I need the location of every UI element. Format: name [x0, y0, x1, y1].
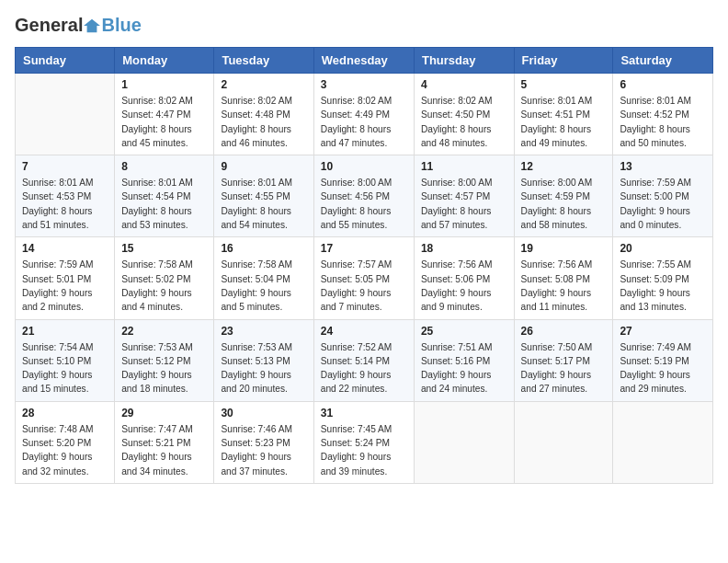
column-header-thursday: Thursday — [414, 48, 514, 74]
day-info: Sunrise: 7:56 AMSunset: 5:08 PMDaylight:… — [521, 258, 607, 314]
calendar-cell: 29Sunrise: 7:47 AMSunset: 5:21 PMDayligh… — [115, 401, 214, 483]
day-info: Sunrise: 7:59 AMSunset: 5:00 PMDaylight:… — [620, 176, 706, 232]
calendar-cell: 11Sunrise: 8:00 AMSunset: 4:57 PMDayligh… — [414, 155, 514, 237]
calendar-week-row: 28Sunrise: 7:48 AMSunset: 5:20 PMDayligh… — [16, 401, 713, 483]
calendar-cell: 25Sunrise: 7:51 AMSunset: 5:16 PMDayligh… — [414, 319, 514, 401]
day-number: 4 — [421, 78, 507, 91]
day-number: 14 — [22, 242, 108, 255]
logo-blue-text: Blue — [101, 15, 141, 36]
day-number: 11 — [421, 160, 507, 173]
day-number: 26 — [521, 325, 607, 338]
day-info: Sunrise: 7:50 AMSunset: 5:17 PMDaylight:… — [521, 340, 607, 396]
day-number: 19 — [521, 242, 607, 255]
logo-icon — [84, 17, 100, 34]
calendar-cell: 14Sunrise: 7:59 AMSunset: 5:01 PMDayligh… — [16, 237, 115, 319]
calendar-week-row: 14Sunrise: 7:59 AMSunset: 5:01 PMDayligh… — [16, 237, 713, 319]
column-header-wednesday: Wednesday — [313, 48, 414, 74]
calendar-cell: 13Sunrise: 7:59 AMSunset: 5:00 PMDayligh… — [613, 155, 713, 237]
calendar-cell: 7Sunrise: 8:01 AMSunset: 4:53 PMDaylight… — [16, 155, 115, 237]
calendar-cell: 9Sunrise: 8:01 AMSunset: 4:55 PMDaylight… — [214, 155, 313, 237]
day-info: Sunrise: 8:00 AMSunset: 4:57 PMDaylight:… — [421, 176, 507, 232]
day-number: 12 — [521, 160, 607, 173]
day-number: 6 — [620, 78, 706, 91]
calendar-cell: 15Sunrise: 7:58 AMSunset: 5:02 PMDayligh… — [115, 237, 214, 319]
day-number: 13 — [620, 160, 706, 173]
day-number: 21 — [22, 325, 108, 338]
day-info: Sunrise: 8:01 AMSunset: 4:52 PMDaylight:… — [620, 94, 706, 150]
day-number: 28 — [22, 407, 108, 419]
day-info: Sunrise: 8:00 AMSunset: 4:59 PMDaylight:… — [521, 176, 607, 232]
calendar-cell: 3Sunrise: 8:02 AMSunset: 4:49 PMDaylight… — [313, 74, 414, 155]
day-number: 8 — [121, 160, 207, 173]
day-number: 17 — [321, 242, 407, 255]
calendar-cell: 4Sunrise: 8:02 AMSunset: 4:50 PMDaylight… — [414, 74, 514, 155]
day-info: Sunrise: 8:00 AMSunset: 4:56 PMDaylight:… — [321, 176, 407, 232]
day-info: Sunrise: 8:02 AMSunset: 4:47 PMDaylight:… — [121, 94, 207, 150]
day-number: 9 — [221, 160, 306, 173]
day-info: Sunrise: 7:52 AMSunset: 5:14 PMDaylight:… — [321, 340, 407, 396]
calendar-week-row: 1Sunrise: 8:02 AMSunset: 4:47 PMDaylight… — [16, 74, 713, 155]
day-info: Sunrise: 8:02 AMSunset: 4:49 PMDaylight:… — [321, 94, 407, 150]
column-header-tuesday: Tuesday — [214, 48, 313, 74]
calendar-cell: 17Sunrise: 7:57 AMSunset: 5:05 PMDayligh… — [313, 237, 414, 319]
day-info: Sunrise: 7:49 AMSunset: 5:19 PMDaylight:… — [620, 340, 706, 396]
day-number: 10 — [321, 160, 407, 173]
calendar-cell — [514, 401, 613, 483]
calendar-cell: 22Sunrise: 7:53 AMSunset: 5:12 PMDayligh… — [115, 319, 214, 401]
day-info: Sunrise: 8:02 AMSunset: 4:50 PMDaylight:… — [421, 94, 507, 150]
day-info: Sunrise: 7:53 AMSunset: 5:13 PMDaylight:… — [221, 340, 306, 396]
calendar-cell: 27Sunrise: 7:49 AMSunset: 5:19 PMDayligh… — [613, 319, 713, 401]
day-info: Sunrise: 8:01 AMSunset: 4:53 PMDaylight:… — [22, 176, 108, 232]
calendar-cell: 6Sunrise: 8:01 AMSunset: 4:52 PMDaylight… — [613, 74, 713, 155]
calendar-cell: 23Sunrise: 7:53 AMSunset: 5:13 PMDayligh… — [214, 319, 313, 401]
svg-marker-0 — [84, 18, 100, 31]
day-info: Sunrise: 7:54 AMSunset: 5:10 PMDaylight:… — [22, 340, 108, 396]
column-header-friday: Friday — [514, 48, 613, 74]
day-info: Sunrise: 7:48 AMSunset: 5:20 PMDaylight:… — [22, 422, 108, 478]
calendar-cell — [16, 74, 115, 155]
day-number: 27 — [620, 325, 706, 338]
day-info: Sunrise: 8:02 AMSunset: 4:48 PMDaylight:… — [221, 94, 306, 150]
calendar-cell: 26Sunrise: 7:50 AMSunset: 5:17 PMDayligh… — [514, 319, 613, 401]
calendar-cell: 16Sunrise: 7:58 AMSunset: 5:04 PMDayligh… — [214, 237, 313, 319]
logo-general-text: General — [15, 15, 83, 36]
calendar-cell: 12Sunrise: 8:00 AMSunset: 4:59 PMDayligh… — [514, 155, 613, 237]
calendar-cell: 2Sunrise: 8:02 AMSunset: 4:48 PMDaylight… — [214, 74, 313, 155]
day-number: 30 — [221, 407, 306, 419]
calendar-cell: 10Sunrise: 8:00 AMSunset: 4:56 PMDayligh… — [313, 155, 414, 237]
calendar-cell: 8Sunrise: 8:01 AMSunset: 4:54 PMDaylight… — [115, 155, 214, 237]
calendar-cell — [613, 401, 713, 483]
day-number: 15 — [121, 242, 207, 255]
calendar-table: SundayMondayTuesdayWednesdayThursdayFrid… — [15, 47, 713, 484]
day-info: Sunrise: 7:59 AMSunset: 5:01 PMDaylight:… — [22, 258, 108, 314]
page-header: GeneralBlue — [15, 15, 713, 36]
day-number: 1 — [121, 78, 207, 91]
day-info: Sunrise: 8:01 AMSunset: 4:51 PMDaylight:… — [521, 94, 607, 150]
day-info: Sunrise: 7:47 AMSunset: 5:21 PMDaylight:… — [121, 422, 207, 478]
day-number: 2 — [221, 78, 306, 91]
calendar-header-row: SundayMondayTuesdayWednesdayThursdayFrid… — [16, 48, 713, 74]
column-header-saturday: Saturday — [613, 48, 713, 74]
day-info: Sunrise: 7:51 AMSunset: 5:16 PMDaylight:… — [421, 340, 507, 396]
day-info: Sunrise: 7:56 AMSunset: 5:06 PMDaylight:… — [421, 258, 507, 314]
calendar-cell: 30Sunrise: 7:46 AMSunset: 5:23 PMDayligh… — [214, 401, 313, 483]
column-header-monday: Monday — [115, 48, 214, 74]
day-number: 25 — [421, 325, 507, 338]
day-info: Sunrise: 7:57 AMSunset: 5:05 PMDaylight:… — [321, 258, 407, 314]
day-number: 22 — [121, 325, 207, 338]
day-number: 20 — [620, 242, 706, 255]
calendar-cell: 24Sunrise: 7:52 AMSunset: 5:14 PMDayligh… — [313, 319, 414, 401]
day-info: Sunrise: 8:01 AMSunset: 4:55 PMDaylight:… — [221, 176, 306, 232]
calendar-cell: 19Sunrise: 7:56 AMSunset: 5:08 PMDayligh… — [514, 237, 613, 319]
day-number: 23 — [221, 325, 306, 338]
logo: GeneralBlue — [15, 15, 142, 36]
calendar-cell: 21Sunrise: 7:54 AMSunset: 5:10 PMDayligh… — [16, 319, 115, 401]
day-info: Sunrise: 7:55 AMSunset: 5:09 PMDaylight:… — [620, 258, 706, 314]
calendar-cell: 1Sunrise: 8:02 AMSunset: 4:47 PMDaylight… — [115, 74, 214, 155]
day-info: Sunrise: 7:58 AMSunset: 5:02 PMDaylight:… — [121, 258, 207, 314]
day-info: Sunrise: 7:53 AMSunset: 5:12 PMDaylight:… — [121, 340, 207, 396]
calendar-cell: 28Sunrise: 7:48 AMSunset: 5:20 PMDayligh… — [16, 401, 115, 483]
day-number: 29 — [121, 407, 207, 419]
calendar-week-row: 7Sunrise: 8:01 AMSunset: 4:53 PMDaylight… — [16, 155, 713, 237]
day-number: 16 — [221, 242, 306, 255]
